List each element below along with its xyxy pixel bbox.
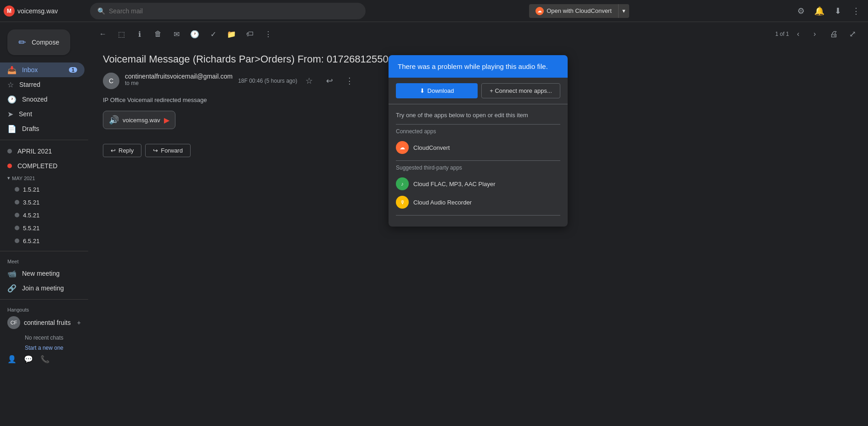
sidebar-sub-5521[interactable]: 5.5.21 xyxy=(0,222,85,234)
search-bar[interactable]: 🔍 xyxy=(90,3,366,19)
open-with-button[interactable]: ☁ Open with CloudConvert xyxy=(529,4,618,18)
report-button[interactable]: ℹ xyxy=(132,27,147,41)
new-meeting-label: New meeting xyxy=(22,270,60,277)
sidebar-sent-label: Sent xyxy=(19,110,32,118)
sidebar-item-snoozed[interactable]: 🕐 Snoozed xyxy=(0,92,85,107)
print-button[interactable]: 🖨 xyxy=(826,26,842,42)
sidebar-item-join-meeting[interactable]: 🔗 Join a meeting xyxy=(0,281,85,295)
start-chat-link[interactable]: Start a new one xyxy=(0,345,88,351)
sidebar-item-sent[interactable]: ➤ Sent xyxy=(0,107,85,121)
delete-button[interactable]: 🗑 xyxy=(151,27,165,41)
sidebar-item-starred[interactable]: ☆ Starred xyxy=(0,77,85,92)
sidebar-divider-1 xyxy=(0,140,88,140)
download-label: Download xyxy=(428,87,454,94)
sidebar-item-completed[interactable]: COMPLETED xyxy=(0,159,85,173)
compose-button[interactable]: ✏ Compose xyxy=(7,29,70,55)
app-logo: M voicemsg.wav xyxy=(4,6,86,17)
topbar: M voicemsg.wav 🔍 ☁ Open with CloudConver… xyxy=(0,0,868,22)
sidebar-sub-6521[interactable]: 6.5.21 xyxy=(0,234,85,247)
hangout-add-icon: + xyxy=(77,319,81,326)
search-icon: 🔍 xyxy=(97,7,105,15)
open-with-dropdown-button[interactable]: ▾ xyxy=(618,4,629,18)
snooze-icon: 🕐 xyxy=(190,30,199,39)
content-area: ← ⬚ ℹ 🗑 ✉ 🕐 ✓ 📁 🏷 xyxy=(88,22,868,426)
pagination-text: 1 of 1 xyxy=(775,31,789,37)
more-options-icon[interactable]: ⋮ xyxy=(848,3,864,19)
archive-icon: ⬚ xyxy=(118,30,125,39)
dialog-divider-2 xyxy=(396,160,560,161)
chevron-down-icon: ▾ xyxy=(622,7,626,14)
download-icon: ⬇ xyxy=(420,87,425,94)
connect-more-apps-button[interactable]: + Connect more apps... xyxy=(481,83,560,98)
sidebar-item-drafts[interactable]: 📄 Drafts xyxy=(0,121,85,136)
dot-3521 xyxy=(15,200,19,204)
connected-apps-label: Connected apps xyxy=(396,128,560,135)
new-window-button[interactable]: ⤢ xyxy=(844,26,861,42)
gmail-icon: M xyxy=(4,6,15,17)
main-layout: ✏ Compose 📥 Inbox 1 ☆ Starred 🕐 Snoozed … xyxy=(0,22,868,426)
dialog-title: There was a problem while playing this a… xyxy=(398,62,548,70)
download-icon[interactable]: ⬇ xyxy=(829,3,846,19)
label-4521: 4.5.21 xyxy=(23,212,39,219)
inbox-icon: 📥 xyxy=(7,66,17,74)
sidebar-starred-label: Starred xyxy=(19,81,40,88)
mail-button[interactable]: ✉ xyxy=(169,27,184,41)
sidebar-sub-4521[interactable]: 4.5.21 xyxy=(0,209,85,222)
audio-recorder-name: Cloud Audio Recorder xyxy=(413,199,472,206)
snooze-button[interactable]: 🕐 xyxy=(187,27,202,41)
dialog-header: There was a problem while playing this a… xyxy=(389,55,568,78)
search-input[interactable] xyxy=(109,7,358,15)
open-with-dialog-overlay: There was a problem while playing this a… xyxy=(88,46,868,426)
done-button[interactable]: ✓ xyxy=(206,27,220,41)
label-button[interactable]: 🏷 xyxy=(242,27,257,41)
suggested-apps-label: Suggested third-party apps xyxy=(396,165,560,171)
starred-icon: ☆ xyxy=(7,80,14,89)
drafts-icon: 📄 xyxy=(7,125,17,133)
sidebar-item-new-meeting[interactable]: 📹 New meeting xyxy=(0,266,85,281)
archive-button[interactable]: ⬚ xyxy=(114,27,129,41)
expand-icon: ▾ xyxy=(7,175,10,181)
pagination: 1 of 1 ‹ › xyxy=(775,27,822,41)
app-item-flac-player[interactable]: ♪ Cloud FLAC, MP3, AAC Player xyxy=(396,175,560,193)
label-icon: 🏷 xyxy=(246,30,254,38)
sidebar-item-inbox[interactable]: 📥 Inbox 1 xyxy=(0,62,85,77)
hangout-phone-icon[interactable]: 📞 xyxy=(40,355,50,364)
may2021-section-header[interactable]: ▾ MAY 2021 xyxy=(0,173,88,183)
cloudconvert-name: CloudConvert xyxy=(413,144,450,151)
settings-icon[interactable]: ⚙ xyxy=(793,3,809,19)
dialog-buttons: ⬇ Download + Connect more apps... xyxy=(389,78,568,104)
sidebar-completed-label: COMPLETED xyxy=(17,162,57,170)
dialog-info-text: Try one of the apps below to open or edi… xyxy=(396,112,560,119)
label-6521: 6.5.21 xyxy=(23,238,39,244)
report-icon: ℹ xyxy=(138,30,141,39)
april2021-dot-icon xyxy=(7,149,12,153)
notifications-icon[interactable]: 🔔 xyxy=(811,3,828,19)
app-item-audio-recorder[interactable]: 🎙 Cloud Audio Recorder xyxy=(396,193,560,211)
done-icon: ✓ xyxy=(210,30,216,39)
hangout-bubble-icon[interactable]: 💬 xyxy=(24,355,33,364)
audio-recorder-icon: 🎙 xyxy=(396,196,409,209)
connect-label: + Connect more apps... xyxy=(490,87,552,94)
app-item-cloudconvert[interactable]: ☁ CloudConvert xyxy=(396,138,560,157)
sidebar-item-april2021[interactable]: APRIL 2021 xyxy=(0,144,85,159)
prev-email-button[interactable]: ‹ xyxy=(791,27,806,41)
may2021-label: MAY 2021 xyxy=(12,176,35,181)
join-meeting-icon: 🔗 xyxy=(7,284,17,293)
sidebar-snoozed-label: Snoozed xyxy=(22,96,47,103)
more-toolbar-button[interactable]: ⋮ xyxy=(261,27,276,41)
email-top-actions: 🖨 ⤢ xyxy=(826,26,861,42)
sidebar-sub-3521[interactable]: 3.5.21 xyxy=(0,196,85,209)
hangout-username: continental fruits xyxy=(24,319,71,326)
hangout-person-icon[interactable]: 👤 xyxy=(7,355,17,364)
inbox-badge: 1 xyxy=(69,67,77,73)
next-email-button[interactable]: › xyxy=(807,27,822,41)
flac-player-name: Cloud FLAC, MP3, AAC Player xyxy=(413,181,495,187)
cloudconvert-icon: ☁ xyxy=(396,141,409,154)
snoozed-icon: 🕐 xyxy=(7,95,17,104)
hangout-user-item[interactable]: CF continental fruits + xyxy=(0,314,88,331)
open-with-container: ☁ Open with CloudConvert ▾ xyxy=(369,4,789,18)
back-button[interactable]: ← xyxy=(96,27,110,41)
sidebar-sub-1521[interactable]: 1.5.21 xyxy=(0,183,85,196)
move-button[interactable]: 📁 xyxy=(224,27,239,41)
download-button[interactable]: ⬇ Download xyxy=(396,83,478,98)
